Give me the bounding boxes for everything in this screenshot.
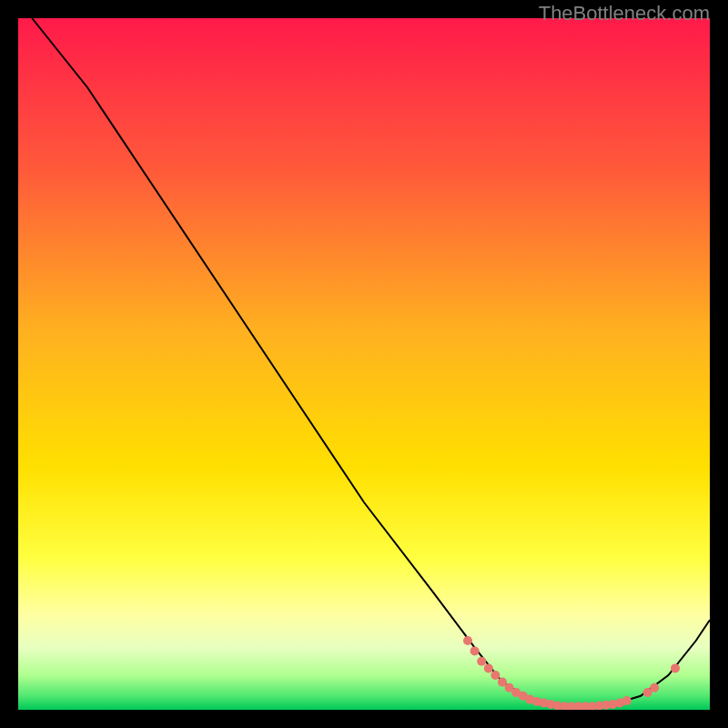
watermark-text: TheBottleneck.com — [539, 2, 710, 25]
svg-rect-0 — [18, 18, 710, 710]
chart-background-gradient — [18, 18, 710, 710]
chart-plot-area — [18, 18, 710, 710]
